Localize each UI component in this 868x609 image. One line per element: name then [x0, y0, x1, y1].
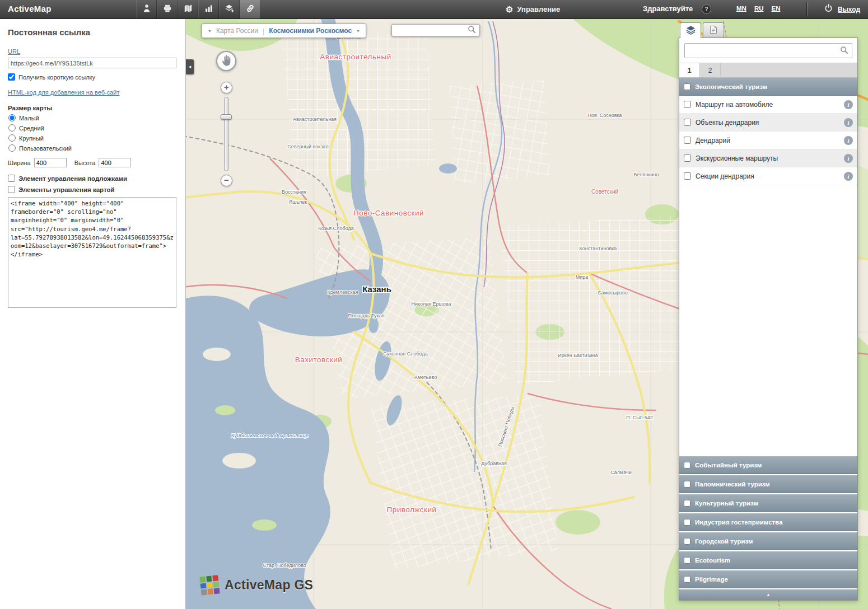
map-label: Восстания — [282, 189, 306, 195]
info-icon[interactable]: i — [844, 172, 853, 181]
html-code-link[interactable]: HTML-код для добавления на веб-сайт — [8, 89, 120, 96]
height-input[interactable] — [99, 158, 131, 167]
layer-checkbox[interactable] — [684, 154, 691, 162]
group-checkbox[interactable] — [684, 576, 690, 583]
size-medium-radio[interactable] — [8, 124, 16, 132]
layer-group-label: Экологический туризм — [695, 83, 767, 90]
layer-item[interactable]: Секции дендрария i — [679, 167, 857, 185]
greeting-text: Здравствуйте — [643, 4, 693, 13]
tab-layers[interactable] — [680, 22, 701, 38]
size-large-radio[interactable] — [8, 134, 16, 142]
help-button[interactable]: ? — [702, 4, 711, 14]
export-map-button[interactable] — [178, 0, 198, 18]
short-link-checkbox[interactable] — [8, 73, 15, 81]
size-custom-radio[interactable] — [8, 144, 16, 152]
printer-icon — [162, 3, 172, 16]
basemap-label[interactable]: Карта России — [216, 27, 258, 35]
print-button[interactable] — [157, 0, 178, 18]
search-icon[interactable] — [840, 46, 848, 56]
layer-item[interactable]: Объекты дендрария i — [679, 114, 857, 132]
panel-collapse-button[interactable]: ▲ — [679, 589, 857, 600]
group-checkbox[interactable] — [684, 557, 690, 564]
add-layer-button[interactable] — [219, 0, 240, 18]
group-checkbox[interactable] — [684, 538, 690, 545]
group-checkbox[interactable] — [684, 83, 690, 90]
width-input[interactable] — [34, 158, 67, 167]
layer-label: Секции дендрария — [696, 172, 839, 180]
url-input[interactable] — [8, 58, 176, 68]
map-label: Площадь Тукая — [348, 313, 384, 318]
map-label: Нов. Сосновка — [587, 113, 622, 118]
group-checkbox[interactable] — [684, 500, 690, 507]
layer-group-hospitality[interactable]: Индустрия гостеприимства — [679, 513, 857, 531]
layer-group-eco-tourism[interactable]: Экологический туризм — [679, 78, 857, 96]
lang-mn-link[interactable]: MN — [736, 5, 746, 12]
map-search-box — [391, 24, 480, 36]
basemap-control-checkbox[interactable] — [8, 175, 15, 182]
layer-group-label: Культурный туризм — [695, 500, 758, 507]
map-controls-checkbox[interactable] — [8, 186, 15, 193]
tab-legend[interactable] — [703, 22, 724, 38]
layer-item[interactable]: Дендрарий i — [679, 132, 857, 149]
pan-control[interactable] — [216, 51, 236, 71]
size-small-radio[interactable] — [8, 114, 16, 121]
management-button[interactable]: ⚙ Управление — [506, 0, 560, 18]
layer-label: Экскурсионные маршруты — [696, 154, 839, 162]
info-icon[interactable]: i — [844, 154, 853, 163]
group-checkbox[interactable] — [684, 462, 690, 469]
layers-page-2[interactable]: 2 — [700, 63, 721, 77]
layers-panel-tabs — [679, 22, 858, 38]
layers-search-input[interactable] — [688, 46, 840, 55]
map-search-input[interactable] — [395, 26, 468, 34]
collapse-left-panel-button[interactable]: ◄ — [186, 59, 194, 74]
overlay-label[interactable]: Космоснимки Роскосмос — [269, 27, 352, 35]
short-link-label: Получить короткую ссылку — [18, 74, 95, 81]
layer-group-cultural-tourism[interactable]: Культурный туризм — [679, 494, 857, 512]
map-label: Северный вокзал — [287, 144, 328, 149]
layer-checkbox[interactable] — [684, 137, 691, 144]
layer-group-label: Индустрия гостеприимства — [695, 519, 783, 526]
lang-ru-link[interactable]: RU — [754, 5, 764, 12]
legend-page-icon — [708, 25, 718, 36]
zoom-slider-handle[interactable] — [221, 114, 232, 120]
layer-checkbox[interactable] — [684, 101, 691, 108]
logout-label: Выход — [838, 6, 860, 13]
logout-button[interactable]: Выход — [824, 0, 860, 18]
iframe-code-textarea[interactable]: <iframe width="400" height="400" framebo… — [8, 197, 176, 308]
layer-group-event-tourism[interactable]: Событийный туризм — [679, 456, 857, 474]
group-checkbox[interactable] — [684, 519, 690, 526]
chevron-down-icon[interactable]: ▼ — [356, 29, 360, 33]
layer-checkbox[interactable] — [684, 119, 691, 126]
chevron-down-icon[interactable]: ▼ — [208, 29, 212, 33]
layer-label: Дендрарий — [696, 137, 839, 144]
zoom-slider[interactable] — [224, 97, 228, 171]
layer-group-ecotourism[interactable]: Ecotourism — [679, 551, 857, 569]
layer-group-pilgrimage[interactable]: Pilgrimage — [679, 570, 857, 588]
info-icon[interactable]: i — [844, 100, 853, 109]
placemark-tool-button[interactable] — [136, 0, 157, 18]
search-icon[interactable] — [468, 25, 476, 36]
group-checkbox[interactable] — [684, 481, 690, 488]
layer-group-city-tourism[interactable]: Городской туризм — [679, 532, 857, 550]
width-label: Ширина — [8, 160, 31, 166]
url-link[interactable]: URL — [8, 48, 20, 55]
info-icon[interactable]: i — [844, 136, 853, 145]
layers-page-1[interactable]: 1 — [679, 63, 700, 77]
layers-panel: 1 2 Экологический туризм Маршрут на авто… — [679, 22, 858, 601]
permalink-button[interactable] — [240, 0, 260, 18]
statistics-button[interactable] — [198, 0, 219, 18]
language-switcher: MN RU EN — [736, 5, 781, 12]
lang-en-link[interactable]: EN — [772, 5, 781, 12]
basemap-switcher: ▼ Карта России | Космоснимки Роскосмос ▼ — [202, 24, 366, 38]
management-label: Управление — [517, 5, 560, 13]
layer-checkbox[interactable] — [684, 172, 691, 180]
info-icon[interactable]: i — [844, 118, 853, 127]
layer-item[interactable]: Экскурсионные маршруты i — [679, 149, 857, 167]
zoom-out-button[interactable]: − — [221, 175, 232, 186]
map-label: Стар. Победилово — [263, 563, 306, 568]
toolbar-separator: | — [263, 27, 264, 35]
layer-item[interactable]: Маршрут на автомобиле i — [679, 96, 857, 114]
zoom-in-button[interactable]: + — [221, 82, 232, 93]
layer-group-pilgrimage-tourism[interactable]: Паломнический туризм — [679, 475, 857, 493]
map-label: Иркен Бахтизина — [558, 353, 598, 358]
